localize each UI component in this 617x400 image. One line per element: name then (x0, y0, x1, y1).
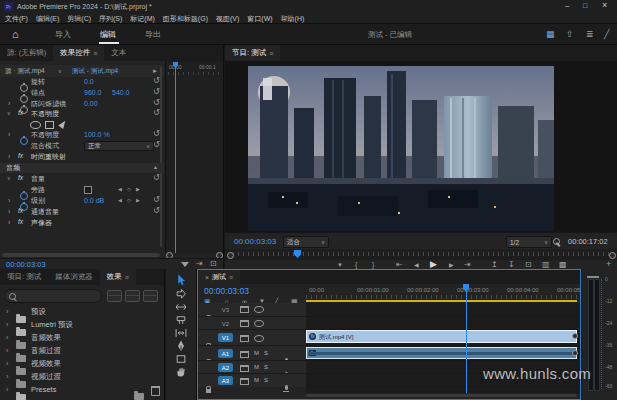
folder-row[interactable]: › 视频效果 (0, 358, 165, 370)
goto-in-icon[interactable]: ⇤ (396, 261, 403, 269)
menu-file[interactable]: 文件(F) (5, 15, 28, 22)
program-playhead[interactable] (294, 250, 301, 258)
folder-row[interactable]: › 视频过渡 (0, 371, 165, 383)
solo-button[interactable]: S (264, 364, 268, 370)
fx-badge-icon[interactable]: fx (18, 175, 23, 182)
ellipse-mask-icon[interactable] (30, 121, 41, 129)
effects-search-input[interactable] (4, 289, 102, 303)
clip-handle[interactable] (572, 350, 578, 356)
program-timecode[interactable]: 00:00:03:03 (234, 238, 276, 246)
menu-edit[interactable]: 编辑(E) (36, 15, 59, 22)
source-clip-label[interactable]: 源 · 测试.mp4 (5, 68, 45, 75)
close-tab-icon[interactable]: × (205, 274, 209, 281)
razor-tool[interactable] (175, 314, 187, 326)
add-keyframe-icon[interactable]: ◇ (127, 198, 131, 203)
reset-icon[interactable]: ↺ (153, 207, 160, 215)
solo-button[interactable]: S (264, 350, 268, 356)
zoom-fit-dropdown[interactable]: 适合∨ (283, 236, 329, 248)
nav-edit[interactable]: 编辑 (100, 31, 116, 39)
step-forward-icon[interactable]: ▶ (449, 262, 454, 268)
quick-export-icon[interactable]: ⇧ (566, 30, 574, 39)
reset-icon[interactable]: ↺ (153, 99, 160, 107)
bit-depth-badge[interactable] (125, 290, 140, 302)
scrub-handle-right[interactable] (609, 252, 616, 259)
ec-horizontal-scrollbar[interactable] (2, 253, 160, 257)
prop-value-x[interactable]: 960.0 (84, 89, 102, 96)
expander-icon[interactable]: ∨ (7, 176, 11, 181)
playback-resolution-dropdown[interactable]: 1/2∨ (506, 236, 552, 248)
panel-menu-icon[interactable]: ≡ (93, 50, 97, 57)
rectangle-tool[interactable] (175, 353, 187, 365)
add-keyframe-icon[interactable]: ◇ (127, 187, 131, 192)
prop-value[interactable]: 0.0 dB (84, 197, 104, 204)
pen-annotate-icon[interactable]: ╱ (604, 30, 609, 39)
tab-effects[interactable]: 效果≡ (100, 269, 136, 285)
mark-out-icon[interactable]: } (372, 261, 374, 268)
folder-row[interactable]: › 预设 (0, 306, 165, 318)
export-frame-small-icon[interactable]: ⊡ (210, 260, 217, 268)
settings-wrench-icon[interactable] (553, 238, 560, 245)
folder-row[interactable]: › 音频过渡 (0, 345, 165, 357)
expander-icon[interactable]: › (6, 308, 8, 315)
sync-lock-icon[interactable] (240, 378, 249, 385)
folder-row[interactable]: › Lumetri 预设 (0, 319, 165, 331)
menu-graphics[interactable]: 图形和标题(G) (163, 15, 208, 22)
section-row-audio[interactable]: 音频 ▲ (0, 163, 164, 173)
expander-icon[interactable]: › (6, 321, 8, 328)
lift-icon[interactable]: ↥ (491, 261, 498, 269)
minimize-button[interactable]: – (565, 2, 569, 10)
home-icon[interactable]: ⌂ (12, 29, 19, 40)
multicam-view-icon[interactable]: ▩ (559, 261, 567, 269)
rect-mask-icon[interactable] (45, 121, 54, 129)
collapse-icon[interactable]: ▲ (153, 165, 158, 170)
expander-icon[interactable]: › (6, 373, 8, 380)
scrub-handle-left[interactable] (227, 252, 234, 259)
expander-icon[interactable]: › (6, 347, 8, 354)
track-visibility-icon[interactable] (254, 335, 264, 342)
tab-effect-controls[interactable]: 效果控件≡ (53, 45, 104, 61)
expander-icon[interactable]: › (8, 153, 10, 160)
hand-tool[interactable] (175, 366, 187, 378)
lane-playhead-line[interactable] (175, 67, 176, 253)
panel-menu-icon[interactable]: ≡ (125, 274, 129, 281)
selection-tool[interactable] (175, 274, 187, 286)
menu-view[interactable]: 视图(V) (216, 15, 239, 22)
tab-media-browser[interactable]: 媒体浏览器 (48, 269, 100, 285)
timeline-playhead-line[interactable] (466, 291, 467, 393)
sync-lock-icon[interactable] (240, 335, 249, 342)
next-keyframe-icon[interactable]: ▶ (136, 198, 140, 203)
sync-lock-icon[interactable] (240, 306, 249, 313)
sync-lock-icon[interactable] (240, 320, 249, 327)
blend-mode-dropdown[interactable]: 正常∨ (84, 141, 154, 151)
track-select-forward-tool[interactable] (175, 288, 187, 300)
sync-lock-icon[interactable] (240, 351, 249, 358)
reset-icon[interactable]: ↺ (153, 174, 160, 182)
ripple-edit-tool[interactable] (175, 301, 187, 313)
fx-badge-icon[interactable]: fx (18, 110, 23, 117)
track-visibility-icon[interactable] (254, 320, 264, 327)
sync-lock-icon[interactable] (240, 365, 249, 372)
next-keyframe-icon[interactable]: ▶ (136, 187, 140, 192)
track-lock-icon[interactable] (206, 389, 211, 393)
step-back-icon[interactable]: ◀ (414, 262, 419, 268)
audio-clip[interactable]: fx (306, 347, 577, 359)
expander-icon[interactable]: › (8, 131, 10, 138)
goto-out-icon[interactable]: ⇥ (196, 260, 203, 268)
maximize-button[interactable]: □ (583, 2, 587, 9)
expander-icon[interactable]: › (8, 208, 10, 215)
button-editor-icon[interactable]: + (606, 260, 611, 269)
expander-icon[interactable]: › (6, 334, 8, 341)
panel-menu-icon[interactable]: ≡ (269, 50, 273, 57)
clip-handle[interactable] (572, 333, 578, 339)
prop-value[interactable]: 100.0 % (84, 131, 110, 138)
source-clip-caret-icon[interactable]: ∨ (58, 69, 62, 74)
close-button[interactable]: × (602, 1, 607, 10)
expander-icon[interactable]: › (8, 100, 10, 107)
menu-clip[interactable]: 剪辑(C) (67, 15, 91, 22)
mute-button[interactable]: M (254, 350, 259, 356)
tab-program-monitor[interactable]: 节目: 测试≡ (225, 45, 280, 61)
expander-icon[interactable]: ∨ (7, 111, 11, 116)
timeline-ruler[interactable]: 00:00 00:00:01:00 00:00:02:00 00:00:03:0… (306, 284, 580, 303)
yuv-effects-badge[interactable] (143, 290, 158, 302)
extract-icon[interactable]: ↧ (508, 261, 515, 269)
